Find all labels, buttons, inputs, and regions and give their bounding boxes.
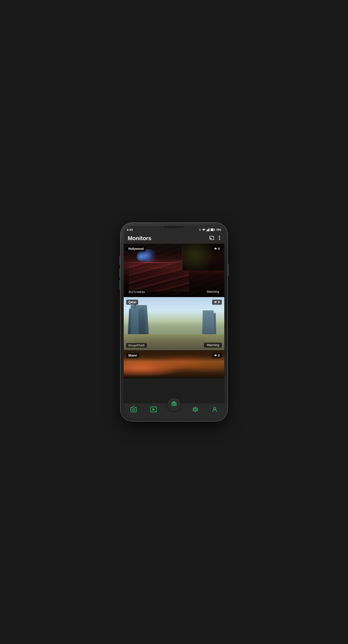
camera-nav-icon [130, 407, 137, 414]
svg-point-7 [219, 236, 220, 237]
svg-point-17 [214, 407, 216, 409]
svg-point-14 [133, 409, 135, 411]
status-icons: ⇅ 70% [199, 228, 221, 231]
camera-location-qatar: Qatar [126, 300, 138, 305]
add-camera-icon [171, 401, 177, 408]
battery-percent: 70% [216, 228, 221, 231]
camera-location-hollywood: Hollywood [126, 246, 146, 251]
camera-card-hollywood[interactable]: Hollywood 👁 0 3S1YsYeB3w Watching [124, 244, 224, 297]
wifi-icon [202, 228, 205, 231]
camera-viewers-qatar: 👁 0 [212, 300, 222, 305]
bottom-navigation [124, 403, 224, 418]
eye-icon-miami: 👁 [214, 354, 217, 357]
profile-nav-icon [212, 406, 218, 414]
play-nav-icon [150, 407, 157, 414]
sync-icon: ⇅ [199, 228, 201, 231]
signal-icon [207, 228, 210, 231]
nav-item-play[interactable] [148, 406, 159, 415]
svg-rect-0 [207, 230, 207, 231]
camera-feed-hollywood [124, 244, 224, 297]
status-time: 2:04 [127, 228, 133, 231]
eye-icon-hollywood: 👁 [214, 247, 217, 250]
camera-stream-id-qatar: WzsgcRTa05 [126, 343, 147, 348]
svg-rect-1 [207, 229, 208, 231]
app-header: Monitors [124, 233, 224, 244]
settings-nav-icon [192, 406, 198, 414]
phone-screen: 2:04 ⇅ [124, 226, 224, 418]
svg-point-8 [219, 237, 220, 238]
svg-rect-2 [208, 229, 209, 231]
svg-point-9 [219, 239, 220, 240]
more-vert-icon[interactable] [219, 236, 220, 241]
camera-card-qatar[interactable]: Qatar 👁 0 WzsgcRTa05 Watching [124, 297, 224, 350]
cast-icon[interactable] [209, 236, 215, 241]
svg-marker-16 [153, 408, 155, 411]
camera-watching-status-qatar: Watching [204, 343, 222, 348]
camera-stream-id-hollywood: 3S1YsYeB3w [126, 290, 147, 294]
nav-item-profile[interactable] [210, 405, 220, 415]
camera-viewers-hollywood: 👁 0 [212, 246, 222, 251]
svg-rect-5 [215, 229, 215, 230]
camera-watching-status-hollywood: Watching [204, 289, 222, 294]
camera-feed-qatar [124, 297, 224, 350]
app-title: Monitors [128, 235, 151, 242]
camera-viewers-miami: 👁 0 [212, 353, 222, 358]
fab-add-camera-button[interactable] [167, 398, 181, 411]
nav-item-camera[interactable] [128, 406, 139, 415]
header-actions [209, 236, 220, 241]
phone-frame: 2:04 ⇅ [121, 223, 227, 421]
camera-list: Hollywood 👁 0 3S1YsYeB3w Watching [124, 244, 224, 403]
svg-rect-6 [211, 229, 213, 231]
camera-location-miami: Miami [126, 353, 139, 358]
svg-rect-3 [209, 228, 209, 231]
status-bar: 2:04 ⇅ [124, 226, 224, 233]
camera-card-miami[interactable]: Miami 👁 0 [124, 350, 224, 378]
nav-item-settings[interactable] [190, 405, 200, 415]
eye-icon-qatar: 👁 [214, 301, 217, 304]
battery-icon [211, 228, 215, 231]
